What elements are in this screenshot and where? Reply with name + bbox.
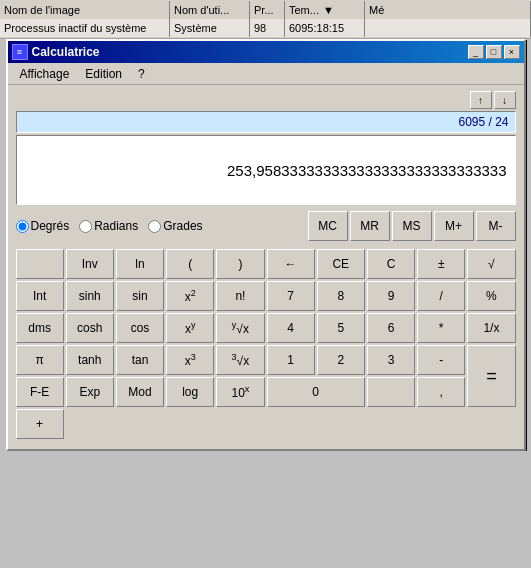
sqrt-button[interactable]: √: [467, 249, 515, 279]
xsq-button[interactable]: x2: [166, 281, 214, 311]
yrootx-button[interactable]: y√x: [216, 313, 264, 343]
lparen-button[interactable]: (: [166, 249, 214, 279]
ln-button[interactable]: ln: [116, 249, 164, 279]
btn-0[interactable]: 0: [267, 377, 365, 407]
mod-button[interactable]: Mod: [116, 377, 164, 407]
dms-button[interactable]: dms: [16, 313, 64, 343]
history-nav: ↑ ↓: [16, 91, 516, 109]
btn-8[interactable]: 8: [317, 281, 365, 311]
comma-button[interactable]: ,: [417, 377, 465, 407]
sin-button[interactable]: sin: [116, 281, 164, 311]
mplus-button[interactable]: M+: [434, 211, 474, 241]
col-image-header: Nom de l'image: [0, 1, 170, 19]
equals-button[interactable]: =: [467, 345, 515, 407]
process-name: Processus inactif du système: [0, 19, 170, 37]
col-user-header: Nom d'uti...: [170, 1, 250, 19]
backspace-button[interactable]: ←: [267, 249, 315, 279]
process-time: 6095:18:15: [285, 19, 365, 37]
process-pr: 98: [250, 19, 285, 37]
close-button[interactable]: ×: [504, 45, 520, 59]
radio-radians[interactable]: Radians: [79, 219, 138, 233]
btn-2[interactable]: 2: [317, 345, 365, 375]
mc-button[interactable]: MC: [308, 211, 348, 241]
menu-edition[interactable]: Edition: [77, 65, 130, 83]
int-button[interactable]: Int: [16, 281, 64, 311]
main-display: 253,958333333333333333333333333333: [16, 135, 516, 205]
exp-button[interactable]: Exp: [66, 377, 114, 407]
minus-button[interactable]: -: [417, 345, 465, 375]
process-mem: [365, 19, 531, 37]
empty-btn-1: [16, 249, 64, 279]
col-pr-header: Pr...: [250, 1, 285, 19]
col-temp-header: Tem... ▼: [285, 1, 365, 19]
history-display: 6095 / 24: [16, 111, 516, 133]
percent-button[interactable]: %: [467, 281, 515, 311]
sinh-button[interactable]: sinh: [66, 281, 114, 311]
nfact-button[interactable]: n!: [216, 281, 264, 311]
btn-6[interactable]: 6: [367, 313, 415, 343]
title-bar: ≡ Calculatrice _ □ ×: [8, 41, 524, 63]
menu-help[interactable]: ?: [130, 65, 153, 83]
c-button[interactable]: C: [367, 249, 415, 279]
maximize-button[interactable]: □: [486, 45, 502, 59]
minimize-button[interactable]: _: [468, 45, 484, 59]
window-title: Calculatrice: [32, 45, 100, 59]
mem-row: MC MR MS M+ M-: [308, 211, 516, 241]
plus-button[interactable]: +: [16, 409, 64, 439]
nav-up-button[interactable]: ↑: [470, 91, 492, 109]
xy-button[interactable]: xy: [166, 313, 214, 343]
history-value: 6095 / 24: [458, 115, 508, 129]
inv-button[interactable]: Inv: [66, 249, 114, 279]
multiply-button[interactable]: *: [417, 313, 465, 343]
calculator-window: ≡ Calculatrice _ □ × Affichage Edition ?…: [6, 39, 526, 451]
btn-1[interactable]: 1: [267, 345, 315, 375]
pi-button[interactable]: π: [16, 345, 64, 375]
fe-button[interactable]: F-E: [16, 377, 64, 407]
tenx-button[interactable]: 10x: [216, 377, 264, 407]
xcube-button[interactable]: x3: [166, 345, 214, 375]
mr-button[interactable]: MR: [350, 211, 390, 241]
reciprocal-button[interactable]: 1/x: [467, 313, 515, 343]
btn-3[interactable]: 3: [367, 345, 415, 375]
title-buttons: _ □ ×: [468, 45, 520, 59]
radio-degres[interactable]: Degrés: [16, 219, 70, 233]
col-mem-header: Mé: [365, 1, 531, 19]
mminus-button[interactable]: M-: [476, 211, 516, 241]
title-bar-left: ≡ Calculatrice: [12, 44, 100, 60]
app-icon: ≡: [12, 44, 28, 60]
main-value: 253,958333333333333333333333333333: [227, 162, 506, 179]
cosh-button[interactable]: cosh: [66, 313, 114, 343]
plusminus-button[interactable]: ±: [417, 249, 465, 279]
cuberoot-button[interactable]: 3√x: [216, 345, 264, 375]
btn-5[interactable]: 5: [317, 313, 365, 343]
tanh-button[interactable]: tanh: [66, 345, 114, 375]
rparen-button[interactable]: ): [216, 249, 264, 279]
tan-button[interactable]: tan: [116, 345, 164, 375]
log-button[interactable]: log: [166, 377, 214, 407]
menu-affichage[interactable]: Affichage: [12, 65, 78, 83]
process-user: Système: [170, 19, 250, 37]
cos-button[interactable]: cos: [116, 313, 164, 343]
radio-grades[interactable]: Grades: [148, 219, 202, 233]
ce-button[interactable]: CE: [317, 249, 365, 279]
radio-row: Degrés Radians Grades: [16, 219, 213, 233]
btn-4[interactable]: 4: [267, 313, 315, 343]
empty-btn-2: [367, 377, 415, 407]
divide-button[interactable]: /: [417, 281, 465, 311]
btn-9[interactable]: 9: [367, 281, 415, 311]
btn-7[interactable]: 7: [267, 281, 315, 311]
ms-button[interactable]: MS: [392, 211, 432, 241]
calc-body: ↑ ↓ 6095 / 24 253,9583333333333333333333…: [8, 85, 524, 449]
nav-down-button[interactable]: ↓: [494, 91, 516, 109]
menubar: Affichage Edition ?: [8, 63, 524, 85]
